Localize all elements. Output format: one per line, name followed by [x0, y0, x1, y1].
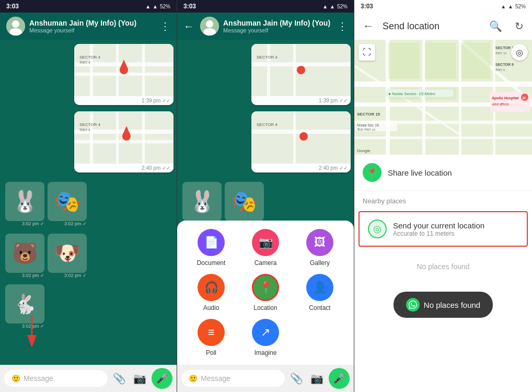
- map-scan-button[interactable]: ⛶: [358, 44, 375, 61]
- signal-icon-2: ▲: [322, 4, 328, 9]
- header-text-2: Anshuman Jain (My Info) (You) Message yo…: [223, 19, 333, 33]
- sticker-bear: 🐻 3:02 pm ✓: [5, 234, 44, 278]
- attach-camera[interactable]: 📷 Camera: [242, 229, 289, 267]
- attach-contact[interactable]: 👤 Contact: [296, 274, 343, 312]
- svg-rect-36: [293, 111, 296, 164]
- location-icon: 📍: [252, 274, 279, 301]
- avatar-1: [6, 17, 25, 36]
- map-target-button[interactable]: ◎: [511, 44, 528, 61]
- location-label: Location: [253, 304, 277, 312]
- svg-text:Apollo Hospital: Apollo Hospital: [492, 96, 518, 100]
- no-places-btn-label: No places found: [424, 301, 480, 309]
- mic-button-1[interactable]: 🎤: [152, 368, 172, 389]
- attach-poll[interactable]: ≡ Poll: [188, 319, 235, 356]
- attach-audio[interactable]: 🎧 Audio: [188, 274, 235, 312]
- svg-rect-8: [142, 44, 145, 96]
- svg-text:SECTOR 4: SECTOR 4: [257, 55, 277, 60]
- svg-text:Google: Google: [357, 148, 371, 153]
- chat-body-1: SECTOR 4 सेक्टर 4 1:39 pm ✓✓: [0, 40, 177, 365]
- svg-text:नोएडा सेक्टर 16: नोएडा सेक्टर 16: [356, 128, 376, 131]
- svg-rect-30: [267, 44, 270, 96]
- current-location-title: Send your current location: [393, 221, 484, 230]
- wifi-icon-3: ▲: [508, 4, 513, 9]
- mic-button-2[interactable]: 🎤: [329, 368, 350, 389]
- contact-label: Contact: [309, 304, 330, 312]
- sticker-row-2: 🐻 3:02 pm ✓ 🐶 3:02 pm ✓: [3, 232, 174, 280]
- share-live-icon: 📍: [363, 163, 381, 182]
- current-location-row[interactable]: ◎ Send your current location Accurate to…: [358, 211, 528, 247]
- svg-rect-31: [293, 44, 296, 96]
- status-bar-1: 3:03 ▲ ▲ 52%: [0, 0, 177, 13]
- map-image-1: SECTOR 4 सेक्टर 4: [74, 44, 174, 96]
- attach-location[interactable]: 📍 Location: [242, 274, 289, 312]
- attach-button-1[interactable]: 📎: [111, 370, 128, 387]
- more-button-1[interactable]: ⋮: [160, 20, 170, 32]
- map-time-2: 2:40 pm ✓✓: [74, 164, 174, 172]
- battery-icon: 52%: [160, 4, 170, 9]
- panel-3: 3:03 ▲ ▲ 52% ← Send location 🔍 ↻: [354, 0, 532, 392]
- back-button-2[interactable]: ←: [183, 20, 194, 32]
- header-title-2: Anshuman Jain (My Info) (You): [223, 19, 333, 27]
- bottom-bar-2: 🙂 Message 📎 📷 🎤: [177, 365, 354, 392]
- whatsapp-icon: [406, 298, 420, 312]
- svg-rect-29: [251, 62, 351, 66]
- sticker-dog: 🐶 3:02 pm ✓: [48, 234, 87, 278]
- svg-rect-50: [388, 42, 420, 79]
- audio-label: Audio: [203, 304, 219, 312]
- svg-point-37: [299, 132, 308, 141]
- share-live-location-row[interactable]: 📍 Share live location: [354, 155, 532, 191]
- attach-imagine[interactable]: ↗ Imagine: [242, 319, 289, 356]
- svg-rect-18: [142, 111, 145, 164]
- emoji-icon-2[interactable]: 🙂: [189, 374, 198, 383]
- poll-label: Poll: [206, 349, 216, 356]
- svg-rect-16: [90, 111, 93, 164]
- svg-text:सेक्टर 9: सेक्टर 9: [495, 68, 505, 72]
- message-input-2[interactable]: 🙂 Message: [181, 370, 285, 387]
- more-button-2[interactable]: ⋮: [337, 20, 348, 32]
- header-title-1: Anshuman Jain (My Info) (You): [29, 19, 156, 27]
- battery-icon-2: 52%: [337, 4, 348, 9]
- map-bubble-2: SECTOR 4 सेक्टर 4 2:40 pm ✓✓: [74, 111, 174, 172]
- attach-button-2[interactable]: 📎: [288, 370, 305, 387]
- map-bubble-2a: SECTOR 4 1:39 pm ✓✓: [251, 44, 351, 105]
- poll-icon: ≡: [198, 319, 225, 346]
- document-icon: 📄: [198, 229, 225, 256]
- svg-text:अपोलो हॉस्पिटल: अपोलो हॉस्पिटल: [492, 102, 509, 106]
- time-2: 3:03: [183, 3, 196, 10]
- svg-text:SECTOR 9: SECTOR 9: [495, 63, 514, 66]
- svg-rect-6: [90, 44, 93, 96]
- camera-button-2[interactable]: 📷: [308, 370, 326, 387]
- time-1: 3:03: [6, 3, 19, 10]
- message-input-1[interactable]: 🙂 Message: [4, 370, 108, 387]
- map-image-2: SECTOR 4 सेक्टर 4: [74, 111, 174, 164]
- header-subtitle-2: Message yourself: [223, 27, 333, 33]
- svg-rect-52: [461, 42, 490, 79]
- svg-point-32: [297, 66, 305, 74]
- current-location-subtitle: Accurate to 11 meters: [393, 230, 484, 237]
- refresh-button-3[interactable]: ↻: [515, 20, 524, 32]
- svg-text:सेक्टर 4: सेक्टर 4: [79, 128, 90, 132]
- attach-gallery[interactable]: 🖼 Gallery: [296, 229, 343, 267]
- status-bar-2: 3:03 ▲ ▲ 52%: [177, 0, 354, 13]
- camera-button-1[interactable]: 📷: [131, 370, 148, 387]
- no-places-button[interactable]: No places found: [394, 292, 493, 318]
- status-icons-3: ▲ ▲ 52%: [501, 4, 526, 9]
- avatar-2: [200, 17, 219, 36]
- sticker-row-3: 🐇 3:02 pm ✓: [3, 282, 174, 331]
- header-bar-2: ← Anshuman Jain (My Info) (You) Message …: [177, 13, 354, 40]
- send-location-title: Send location: [383, 21, 481, 32]
- current-location-icon: ◎: [368, 220, 387, 238]
- emoji-icon-1[interactable]: 🙂: [11, 374, 20, 383]
- attach-document[interactable]: 📄 Document: [188, 229, 235, 267]
- search-button-3[interactable]: 🔍: [489, 20, 502, 32]
- svg-point-1: [12, 20, 19, 28]
- share-live-label: Share live location: [388, 168, 452, 177]
- svg-rect-7: [116, 44, 119, 96]
- sticker-area: 🐰 3:02 pm ✓ 🎭 3:02 pm ✓: [3, 179, 174, 229]
- current-location-text: Send your current location Accurate to 1…: [393, 221, 484, 237]
- sticker-2b: 🎭 3:02 pm ✓: [225, 182, 264, 226]
- back-button-3[interactable]: ←: [363, 19, 374, 33]
- status-bar-3: 3:03 ▲ ▲ 52%: [354, 0, 532, 13]
- imagine-label: Imagine: [255, 349, 277, 356]
- red-arrow: [19, 315, 45, 347]
